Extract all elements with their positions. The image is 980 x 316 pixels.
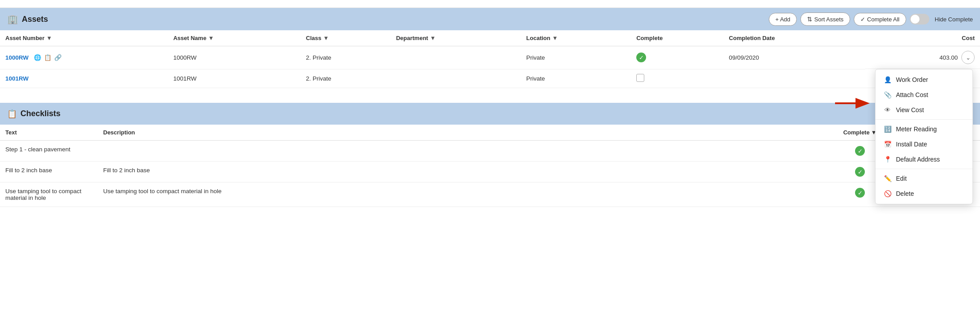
dropdown-divider-2 (876, 169, 972, 169)
checklist-text-cell: Step 1 - clean pavement (0, 141, 98, 162)
checklists-header-row: Text Description Complete ▼ Pass ▼ (0, 125, 980, 141)
document-icon[interactable]: 📋 (44, 54, 52, 61)
view-icon: 👁 (884, 106, 892, 113)
col-completion-date: Completion Date (723, 30, 865, 46)
checklists-section-header: 📋 Checklists + Add (0, 103, 980, 125)
complete-sort-button[interactable]: Complete ▼ (843, 129, 876, 136)
checklist-text-cell: Fill to 2 inch base (0, 162, 98, 182)
location-filter-icon[interactable]: ▼ (552, 35, 558, 41)
col-class: Class ▼ (301, 30, 391, 46)
department-filter-icon[interactable]: ▼ (430, 35, 436, 41)
asset-name-cell: 1001RW (168, 69, 301, 88)
top-bar (0, 0, 980, 8)
assets-table: Asset Number ▼ Asset Name ▼ Class ▼ (0, 30, 980, 101)
sort-assets-button[interactable]: ⇅ Sort Assets (800, 12, 850, 26)
asset-icons-group: 🌐 📋 🔗 (34, 54, 62, 61)
asset-1001rw-link[interactable]: 1001RW (5, 75, 28, 82)
table-row: Fill to 2 inch base Fill to 2 inch base … (0, 162, 980, 182)
spacer-row (0, 88, 980, 101)
hide-complete-toggle[interactable] (910, 14, 929, 24)
class-cell: 2. Private (301, 46, 391, 69)
col-department: Department ▼ (391, 30, 521, 46)
page-wrapper: 🏢 Assets + Add ⇅ Sort Assets ✓ Complete … (0, 0, 980, 316)
checklist-text-cell: Use tamping tool to compactmaterial in h… (0, 182, 98, 207)
complete-checkmark: ✓ (855, 167, 865, 177)
attach-icon: 📎 (884, 91, 892, 98)
complete-checkmark: ✓ (855, 146, 865, 156)
address-icon: 📍 (884, 156, 892, 163)
class-cell: 2. Private (301, 69, 391, 88)
complete-checkmark: ✓ (855, 188, 865, 198)
table-row: Step 1 - clean pavement ✓ ✓ (0, 141, 980, 162)
col-complete: Complete (631, 30, 723, 46)
assets-actions: + Add ⇅ Sort Assets ✓ Complete All Hide … (769, 12, 973, 26)
complete-checkmark: ✓ (636, 53, 646, 62)
complete-all-button[interactable]: ✓ Complete All (854, 13, 906, 26)
globe-icon[interactable]: 🌐 (34, 54, 41, 61)
default-address-item[interactable]: 📍 Default Address (876, 152, 972, 167)
asset-number-cell: 1001RW (0, 69, 168, 88)
col-text: Text (0, 125, 98, 141)
edit-icon: ✏️ (884, 175, 892, 182)
department-cell (391, 69, 521, 88)
col-description: Description (98, 125, 820, 141)
arrow-svg (835, 97, 871, 110)
install-date-item[interactable]: 📅 Install Date (876, 137, 972, 152)
calendar-icon: 📅 (884, 141, 892, 148)
person-icon: 👤 (884, 76, 892, 83)
department-cell (391, 46, 521, 69)
completion-date-cell: 09/09/2020 (723, 46, 865, 69)
assets-icon: 🏢 (7, 14, 18, 24)
delete-item[interactable]: 🚫 Delete (876, 186, 972, 201)
network-icon[interactable]: 🔗 (54, 54, 62, 61)
arrow-indicator (835, 97, 871, 110)
col-cost: Cost (865, 30, 980, 46)
checklist-desc-cell: Use tamping tool to compact material in … (98, 182, 820, 207)
class-filter-icon[interactable]: ▼ (323, 35, 329, 41)
delete-icon: 🚫 (884, 190, 892, 197)
col-asset-number: Asset Number ▼ (0, 30, 168, 46)
location-cell: Private (521, 46, 631, 69)
checklists-title: Checklists (20, 109, 941, 118)
completion-date-cell (723, 69, 865, 88)
complete-cell (631, 69, 723, 88)
complete-checkbox[interactable] (636, 74, 644, 82)
add-asset-button[interactable]: + Add (769, 13, 797, 26)
checklist-desc-cell: Fill to 2 inch base (98, 162, 820, 182)
table-row: Use tamping tool to compactmaterial in h… (0, 182, 980, 207)
asset-number-cell: 1000RW 🌐 📋 🔗 (0, 46, 168, 69)
dropdown-menu: 👤 Work Order 📎 Attach Cost 👁 View Cost 🔢… (875, 69, 973, 204)
cost-cell: 403.00 ⌄ (865, 46, 980, 69)
asset-number-filter-icon[interactable]: ▼ (46, 35, 52, 41)
work-order-item[interactable]: 👤 Work Order (876, 72, 972, 87)
row-chevron-button[interactable]: ⌄ (961, 51, 975, 64)
asset-name-filter-icon[interactable]: ▼ (208, 35, 214, 41)
meter-reading-item[interactable]: 🔢 Meter Reading (876, 122, 972, 137)
checklists-icon: 📋 (7, 109, 17, 119)
asset-name-cell: 1000RW (168, 46, 301, 69)
assets-table-header-row: Asset Number ▼ Asset Name ▼ Class ▼ (0, 30, 980, 46)
dropdown-divider-1 (876, 119, 972, 120)
hide-complete-label: Hide Complete (935, 16, 973, 23)
checklist-desc-cell (98, 141, 820, 162)
col-asset-name: Asset Name ▼ (168, 30, 301, 46)
attach-cost-item[interactable]: 📎 Attach Cost (876, 87, 972, 102)
asset-1000rw-link[interactable]: 1000RW (5, 54, 28, 61)
col-location: Location ▼ (521, 30, 631, 46)
location-cell: Private (521, 69, 631, 88)
complete-cell: ✓ (631, 46, 723, 69)
meter-icon: 🔢 (884, 126, 892, 133)
table-row: 1001RW 1001RW 2. Private Private (0, 69, 980, 88)
sort-icon: ⇅ (807, 16, 812, 23)
checklists-table: Text Description Complete ▼ Pass ▼ Step … (0, 125, 980, 207)
view-cost-item[interactable]: 👁 View Cost (876, 102, 972, 117)
table-row: 1000RW 🌐 📋 🔗 1000RW 2. Private Private ✓… (0, 46, 980, 69)
assets-title: Assets (22, 15, 765, 24)
assets-section-header: 🏢 Assets + Add ⇅ Sort Assets ✓ Complete … (0, 8, 980, 30)
edit-item[interactable]: ✏️ Edit (876, 171, 972, 186)
checkmark-icon: ✓ (860, 16, 865, 23)
